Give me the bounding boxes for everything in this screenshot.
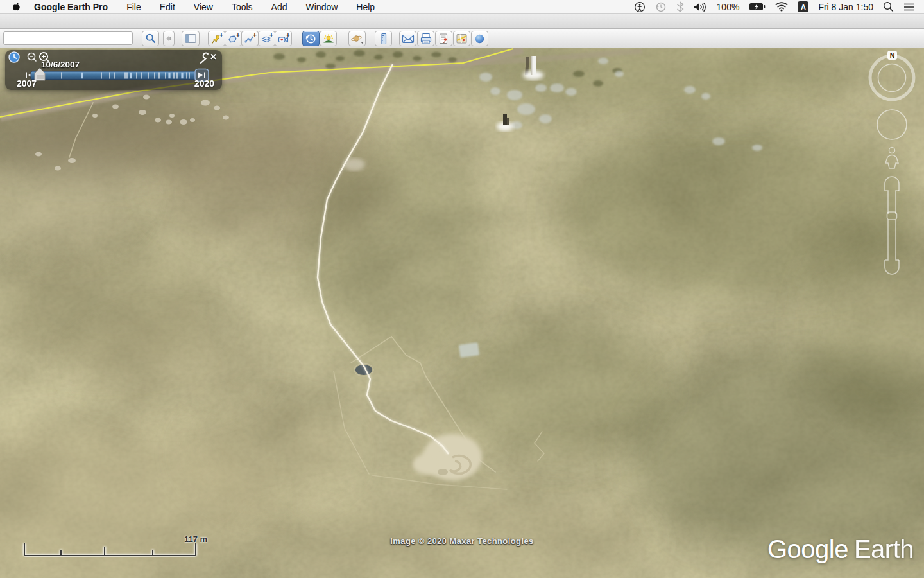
saturn-icon <box>350 33 364 45</box>
input-source-icon[interactable]: A <box>798 1 809 12</box>
svg-text:+: + <box>219 33 223 39</box>
menu-add[interactable]: Add <box>271 2 287 12</box>
document-pin-icon <box>438 33 450 45</box>
path-plus-icon: + <box>244 33 257 45</box>
history-clock-icon <box>305 33 317 45</box>
accessibility-icon[interactable] <box>634 1 646 13</box>
menu-status-area: 100% A Fri 8 Jan 1:50 <box>634 1 915 13</box>
white-roof <box>459 342 479 358</box>
timeline-zoom-out-icon[interactable] <box>28 53 37 62</box>
add-polygon-button[interactable]: + <box>225 31 242 46</box>
bluetooth-icon[interactable] <box>676 1 684 12</box>
apple-icon <box>12 1 21 12</box>
search-button[interactable] <box>142 31 159 46</box>
svg-text:+: + <box>236 33 240 39</box>
apple-menu[interactable] <box>12 1 21 12</box>
imagery-copyright: Image © 2020 Maxar Technologies <box>390 536 533 546</box>
compass-north-label: N <box>890 51 895 59</box>
google-earth-pro-screen: N <box>0 0 924 578</box>
add-image-overlay-button[interactable]: + <box>258 31 275 46</box>
sun-icon <box>322 33 335 45</box>
search-clear-button[interactable] <box>163 31 175 46</box>
time-slider-panel: 10/6/2007 2007 2020 ✕ <box>5 50 222 90</box>
print-button[interactable] <box>417 31 434 46</box>
watermark-google: Google <box>767 535 848 563</box>
magnifier-icon <box>145 33 157 44</box>
timeline-settings-icon[interactable] <box>201 53 208 63</box>
watermark-earth: Earth <box>854 535 914 563</box>
menu-window[interactable]: Window <box>306 2 338 12</box>
ruler-button[interactable] <box>375 31 392 46</box>
planets-button[interactable] <box>348 31 366 46</box>
timeline-start-year: 2007 <box>17 78 37 89</box>
notification-center-icon[interactable] <box>903 3 915 12</box>
battery-percent-label: 100% <box>717 2 740 12</box>
view-in-maps-button[interactable] <box>453 31 470 46</box>
search-input[interactable] <box>3 31 133 45</box>
menu-tools[interactable]: Tools <box>232 2 253 12</box>
menu-view[interactable]: View <box>194 2 213 12</box>
timeline-date-label: 10/6/2007 <box>41 60 80 69</box>
save-image-button[interactable] <box>435 31 452 46</box>
map-viewport[interactable]: N <box>0 48 924 578</box>
menu-edit[interactable]: Edit <box>160 2 175 12</box>
menu-clock-label[interactable]: Fri 8 Jan 1:50 <box>818 2 873 12</box>
sunlight-button[interactable] <box>320 31 337 46</box>
spotlight-search-icon[interactable] <box>883 1 894 12</box>
camera-plus-icon: + <box>277 33 290 45</box>
satellite-imagery: N <box>0 48 924 578</box>
sidebar-toggle-button[interactable] <box>182 31 200 46</box>
panel-icon <box>185 33 196 44</box>
dot-icon <box>166 36 171 41</box>
record-tour-button[interactable]: + <box>275 31 292 46</box>
overlay-plus-icon: + <box>261 33 273 45</box>
macos-menu-bar: Google Earth Pro File Edit View Tools Ad… <box>0 0 924 14</box>
svg-text:+: + <box>286 33 290 39</box>
printer-icon <box>420 33 432 45</box>
timeline-close-icon[interactable]: ✕ <box>210 52 217 62</box>
pushpin-plus-icon: + <box>210 33 223 45</box>
time-clock-icon <box>9 52 19 62</box>
battery-icon[interactable] <box>749 3 766 11</box>
window-title-bar[interactable] <box>0 14 924 29</box>
globe-icon <box>474 33 486 45</box>
add-path-button[interactable]: + <box>241 31 259 46</box>
svg-text:+: + <box>270 33 273 39</box>
menu-app-name[interactable]: Google Earth Pro <box>34 2 108 12</box>
time-machine-icon[interactable] <box>655 1 667 13</box>
envelope-icon <box>402 33 415 44</box>
main-toolbar: + + + + + <box>0 29 924 48</box>
polygon-plus-icon: + <box>227 33 240 45</box>
google-earth-watermark: GoogleEarth <box>767 535 914 564</box>
historical-imagery-button[interactable] <box>302 31 320 46</box>
scale-label: 117 m <box>184 534 207 544</box>
map-icon <box>456 33 468 45</box>
ruler-icon <box>378 33 389 45</box>
volume-icon[interactable] <box>694 2 707 12</box>
wifi-icon[interactable] <box>775 2 788 12</box>
email-button[interactable] <box>399 31 416 46</box>
svg-text:+: + <box>253 33 257 39</box>
earth-button[interactable] <box>471 31 488 46</box>
menu-help[interactable]: Help <box>356 2 375 12</box>
add-placemark-button[interactable]: + <box>208 31 225 46</box>
timeline-end-year: 2020 <box>194 78 214 89</box>
menu-file[interactable]: File <box>126 2 141 12</box>
